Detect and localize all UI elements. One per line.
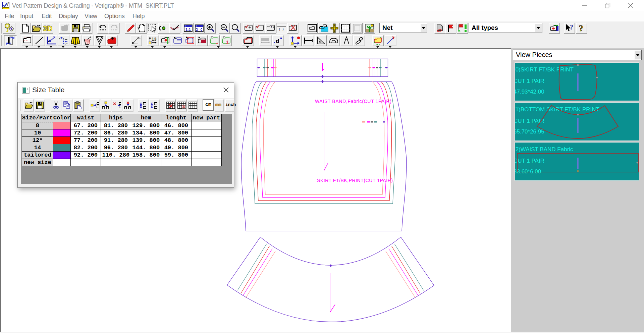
svg-text:d: d bbox=[276, 38, 279, 44]
svg-text:?: ? bbox=[570, 23, 573, 31]
svg-text:C: C bbox=[334, 25, 335, 27]
svg-text:13: 13 bbox=[152, 37, 156, 42]
svg-text:?: ? bbox=[579, 24, 583, 33]
svg-text:1: 1 bbox=[226, 40, 228, 45]
svg-text:3D: 3D bbox=[43, 24, 52, 32]
svg-text:1 2: 1 2 bbox=[271, 25, 275, 28]
svg-text:1:1: 1:1 bbox=[185, 27, 191, 32]
svg-text:E: E bbox=[334, 31, 335, 33]
svg-text:(...): (...) bbox=[279, 27, 284, 31]
